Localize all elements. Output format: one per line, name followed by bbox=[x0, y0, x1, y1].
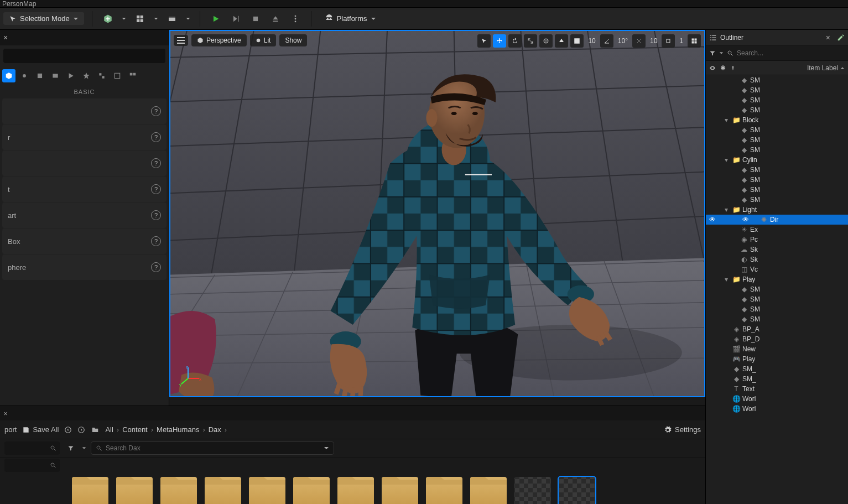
filter-fx-button[interactable] bbox=[80, 69, 93, 82]
place-item[interactable]: Box? bbox=[2, 228, 167, 254]
play-options-button[interactable] bbox=[288, 11, 303, 27]
scale-tool[interactable] bbox=[524, 34, 537, 48]
breadcrumb-item[interactable]: Content bbox=[122, 425, 148, 434]
place-item[interactable]: ? bbox=[2, 150, 167, 176]
filter-cinematic-button[interactable] bbox=[49, 69, 62, 82]
close-icon[interactable]: × bbox=[0, 406, 11, 420]
level-tab[interactable]: PersonMap bbox=[2, 0, 36, 8]
outliner-folder[interactable]: ▾📁Block bbox=[706, 115, 848, 125]
breadcrumb-item[interactable]: MetaHumans bbox=[157, 425, 199, 434]
platforms-dropdown[interactable]: Platforms bbox=[319, 12, 382, 25]
rotate-tool[interactable] bbox=[508, 34, 522, 48]
sequencer-caret[interactable] bbox=[184, 11, 192, 27]
outliner-item[interactable]: ◆SM bbox=[706, 75, 848, 85]
angle-snap-value[interactable]: 10° bbox=[616, 37, 630, 45]
eye-icon[interactable] bbox=[709, 65, 716, 71]
settings-button[interactable]: Settings bbox=[664, 425, 701, 434]
outliner-item[interactable]: ◉Pc bbox=[706, 235, 848, 245]
outliner-item[interactable]: ◆SM bbox=[706, 135, 848, 145]
place-item[interactable]: phere? bbox=[2, 254, 167, 280]
star-icon[interactable]: ✱ bbox=[720, 64, 726, 72]
outliner-item[interactable]: ◆SM bbox=[706, 294, 848, 304]
outliner-item[interactable]: 🌐Worl bbox=[706, 404, 848, 414]
folder-thumbnail[interactable] bbox=[426, 477, 462, 504]
outliner-item[interactable]: ◆SM bbox=[706, 145, 848, 155]
outliner-item[interactable]: ◆SM bbox=[706, 105, 848, 115]
translate-tool[interactable] bbox=[493, 34, 506, 48]
outliner-item[interactable]: ◆SM bbox=[706, 85, 848, 95]
outliner-folder[interactable]: ▾📁Light bbox=[706, 205, 848, 215]
folder-thumbnail[interactable] bbox=[72, 477, 108, 504]
outliner-item[interactable]: ◆SM bbox=[706, 175, 848, 185]
place-item[interactable]: art? bbox=[2, 202, 167, 228]
history-back-icon[interactable] bbox=[64, 426, 72, 434]
folder-thumbnail[interactable] bbox=[382, 477, 418, 504]
show-dropdown[interactable]: Show bbox=[279, 34, 307, 46]
breadcrumb-item[interactable]: All bbox=[105, 425, 113, 434]
blueprint-button[interactable] bbox=[132, 11, 148, 27]
folder-thumbnail[interactable] bbox=[116, 477, 153, 504]
outliner-item[interactable]: ◐Sk bbox=[706, 254, 848, 264]
grid-snap-value[interactable]: 10 bbox=[586, 37, 597, 45]
play-button[interactable] bbox=[208, 11, 223, 27]
chevron-down-icon[interactable] bbox=[719, 51, 724, 55]
outliner-item[interactable]: ◆SM bbox=[706, 125, 848, 135]
stop-button[interactable] bbox=[248, 11, 263, 27]
camera-speed-value[interactable]: 10 bbox=[648, 37, 659, 45]
close-icon[interactable]: × bbox=[0, 30, 11, 45]
outliner-item[interactable]: ◆SM bbox=[706, 314, 848, 324]
add-content-caret[interactable] bbox=[120, 11, 128, 27]
folder-thumbnail[interactable] bbox=[470, 477, 507, 504]
outliner-item[interactable]: 👁👁✺Dir bbox=[706, 215, 848, 225]
filter-shapes-button[interactable] bbox=[33, 69, 46, 82]
filter-icon[interactable] bbox=[709, 50, 716, 56]
tree-search[interactable] bbox=[4, 441, 60, 455]
surface-snap-toggle[interactable] bbox=[555, 34, 568, 48]
outliner-search-input[interactable] bbox=[737, 49, 845, 57]
asset-search[interactable] bbox=[91, 441, 334, 455]
outliner-item[interactable]: ◆SM_ bbox=[706, 364, 848, 374]
blueprint-caret[interactable] bbox=[152, 11, 160, 27]
save-all-button[interactable]: Save All bbox=[22, 425, 59, 434]
perspective-dropdown[interactable]: Perspective bbox=[191, 34, 247, 46]
filter-basic-button[interactable] bbox=[2, 69, 15, 82]
viewport[interactable]: Perspective Lit Show 10 10° 10 1 x z y bbox=[169, 30, 705, 397]
filter-volumes-button[interactable] bbox=[111, 69, 124, 82]
angle-snap-toggle[interactable] bbox=[600, 34, 613, 48]
outliner-item[interactable]: ◆SM bbox=[706, 185, 848, 195]
coord-space-toggle[interactable] bbox=[539, 34, 553, 48]
outliner-folder[interactable]: ▾📁Cylin bbox=[706, 155, 848, 165]
outliner-item[interactable]: ◫Vc bbox=[706, 264, 848, 274]
folder-icon[interactable] bbox=[91, 426, 100, 434]
filter-lights-button[interactable] bbox=[18, 69, 31, 82]
folder-thumbnail[interactable] bbox=[205, 477, 241, 504]
asset-search-input[interactable] bbox=[106, 444, 320, 452]
import-button[interactable]: port bbox=[4, 425, 17, 434]
outliner-item[interactable]: 🎮Play bbox=[706, 354, 848, 364]
asset-thumbnail[interactable] bbox=[514, 477, 551, 504]
select-tool[interactable] bbox=[477, 34, 491, 48]
outliner-item[interactable]: TText bbox=[706, 384, 848, 394]
asset-thumbnail[interactable] bbox=[559, 477, 595, 504]
place-search[interactable] bbox=[3, 49, 165, 63]
item-label-header[interactable]: Item Label bbox=[807, 64, 845, 72]
outliner-item[interactable]: ◆SM bbox=[706, 165, 848, 175]
filter-geometry-button[interactable] bbox=[95, 69, 108, 82]
folder-thumbnail[interactable] bbox=[160, 477, 197, 504]
outliner-item[interactable]: ☀Ex bbox=[706, 225, 848, 235]
history-fwd-icon[interactable] bbox=[77, 426, 85, 434]
filter-visual-button[interactable] bbox=[64, 69, 77, 82]
pin-icon[interactable] bbox=[730, 65, 736, 71]
viewport-menu-button[interactable] bbox=[174, 35, 188, 46]
breadcrumb-item[interactable]: Dax bbox=[209, 425, 221, 434]
outliner-item[interactable]: 🌐Worl bbox=[706, 394, 848, 404]
outliner-item[interactable]: ◆SM bbox=[706, 284, 848, 294]
tree-search-2[interactable] bbox=[4, 459, 60, 472]
step-button[interactable] bbox=[228, 11, 243, 27]
outliner-item[interactable]: ☁Sk bbox=[706, 245, 848, 254]
camera-speed-button[interactable] bbox=[662, 34, 675, 48]
outliner-item[interactable]: ◆SM bbox=[706, 195, 848, 205]
outliner-item[interactable]: ◆SM_ bbox=[706, 374, 848, 384]
filter-all-button[interactable] bbox=[126, 69, 139, 82]
outliner-item[interactable]: 🎬New bbox=[706, 344, 848, 354]
